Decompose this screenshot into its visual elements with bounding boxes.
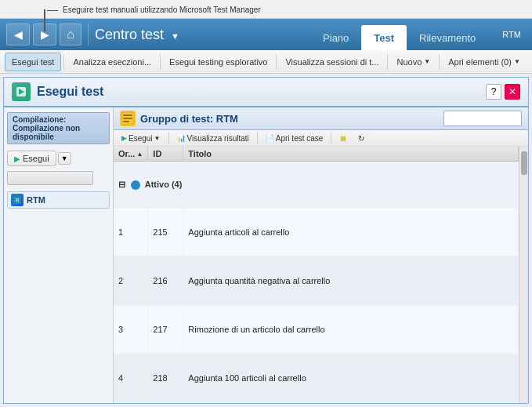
toolbar-apri[interactable]: Apri elementi (0) ▼ — [442, 53, 527, 71]
cell-order-3: 3 — [114, 305, 148, 354]
toolbar-sessioni[interactable]: Visualizza sessioni di t... — [279, 53, 385, 71]
cell-title-4: Aggiunta 100 articoli al carrello — [183, 354, 519, 402]
stop-icon: ⏹ — [339, 134, 347, 143]
cell-id-2: 216 — [148, 256, 183, 305]
cell-title-3: Rimozione di un articolo dal carrello — [183, 305, 519, 354]
table-row[interactable]: 2 216 Aggiunta quantità negativa al carr… — [114, 256, 519, 305]
toolbar-sep-1 — [63, 54, 64, 70]
sort-arrow-order: ▲ — [136, 151, 143, 158]
table-scrollbar[interactable] — [519, 147, 528, 403]
cell-title-2: Aggiunta quantità negativa al carrello — [183, 256, 519, 305]
tab-piano[interactable]: Piano — [310, 25, 361, 50]
group-search-input[interactable] — [443, 111, 522, 126]
main-toolbar: Esegui test Analizza eseczioni... Esegui… — [0, 50, 532, 74]
group-refresh-btn[interactable]: ↻ — [353, 133, 369, 144]
group-header: Gruppo di test: RTM — [114, 107, 528, 130]
group-run-btn[interactable]: ▶ Esegui ▼ — [117, 133, 165, 144]
filter-dropdown[interactable] — [7, 171, 93, 185]
col-order[interactable]: Or... ▲ — [114, 147, 148, 162]
run-button[interactable]: ▶ Esegui — [7, 151, 56, 166]
group-panel: Gruppo di test: RTM ▶ Esegui ▼ 📊 Visuali… — [114, 107, 528, 403]
window-title-text: Esegui test — [37, 85, 103, 99]
top-annotation: — Eseguire test manuali utilizzando Micr… — [47, 0, 261, 19]
table-row[interactable]: 3 217 Rimozione di un articolo dal carre… — [114, 305, 519, 354]
section-row-attivo: ⊟ Attivo (4) — [114, 162, 519, 208]
group-name: Gruppo di test: RTM — [140, 113, 238, 125]
home-button[interactable]: ⌂ — [60, 24, 81, 45]
section-collapse-icon[interactable]: ⊟ — [118, 180, 125, 190]
cell-order-4: 4 — [114, 354, 148, 402]
toolbar-sep-4 — [387, 54, 388, 70]
view-results-icon: 📊 — [177, 134, 186, 142]
annotation-text: Eseguire test manuali utilizzando Micros… — [63, 5, 261, 14]
window-header: Esegui test ? ✕ — [4, 78, 528, 107]
group-run-dropdown[interactable]: ▼ — [154, 135, 161, 142]
toolbar-esplorativo[interactable]: Esegui testing esplorativo — [163, 53, 273, 71]
run-btn-row: ▶ Esegui ▼ — [7, 151, 110, 166]
run-dropdown-btn[interactable]: ▼ — [58, 152, 71, 165]
toolbar-analizza[interactable]: Analizza eseczioni... — [67, 53, 157, 71]
col-id[interactable]: ID — [148, 147, 183, 162]
refresh-icon: ↻ — [358, 134, 364, 143]
tab-test[interactable]: Test — [361, 25, 407, 50]
toolbar-sep-3 — [276, 54, 277, 70]
group-view-results-btn[interactable]: 📊 Visualizza risultati — [172, 133, 254, 144]
window-header-icons: ? ✕ — [486, 84, 520, 100]
cell-title-1: Aggiunta articoli al carrello — [183, 208, 519, 256]
cell-order-2: 2 — [114, 256, 148, 305]
group-stop-btn[interactable]: ⏹ — [335, 133, 352, 144]
group-icon — [120, 111, 136, 126]
annotation-line — [44, 9, 45, 31]
svg-rect-5 — [123, 114, 132, 116]
window-close-icon[interactable]: ✕ — [505, 84, 520, 100]
back-button[interactable]: ◀ — [6, 24, 30, 45]
gt-sep-3 — [331, 132, 331, 144]
nuovo-dropdown-arrow: ▼ — [424, 58, 430, 65]
test-case-table: Or... ▲ ID Titolo — [114, 147, 519, 403]
nav-bar: ◀ ▶ ⌂ Centro test ▼ Piano Test Rilevamen… — [0, 19, 532, 50]
window-title-row: Esegui test — [12, 82, 103, 101]
gt-sep-1 — [168, 132, 169, 144]
toolbar-sep-5 — [439, 54, 440, 70]
window-icon — [12, 82, 31, 101]
group-run-icon: ▶ — [121, 134, 127, 142]
table-row[interactable]: 4 218 Aggiunta 100 articoli al carrello — [114, 354, 519, 402]
esegui-test-window: Esegui test ? ✕ Compilazione: Compilazio… — [3, 77, 529, 404]
window-help-icon[interactable]: ? — [486, 84, 501, 100]
test-table: Or... ▲ ID Titolo — [114, 147, 528, 403]
rtm-item-icon: R — [11, 194, 24, 206]
svg-rect-7 — [123, 121, 129, 122]
cell-id-1: 215 — [148, 208, 183, 256]
nav-rtm-label: RTM — [498, 28, 526, 41]
scrollbar-thumb[interactable] — [521, 151, 527, 175]
rtm-tree-item[interactable]: R RTM — [7, 191, 110, 209]
svg-text:R: R — [15, 198, 19, 203]
table-row[interactable]: 1 215 Aggiunta articoli al carrello — [114, 208, 519, 256]
left-tree-panel: Compilazione: Compilazione non disponibi… — [4, 107, 114, 403]
tab-rilevamento[interactable]: Rilevamento — [407, 25, 488, 50]
nav-tabs: Piano Test Rilevamento — [310, 19, 488, 50]
play-icon: ▶ — [14, 154, 20, 163]
col-title[interactable]: Titolo — [183, 147, 519, 162]
toolbar-nuovo[interactable]: Nuovo ▼ — [390, 53, 436, 71]
app-title: Centro test ▼ — [95, 27, 307, 43]
group-open-test-case-btn[interactable]: 📄 Apri test case — [261, 133, 328, 144]
open-test-icon: 📄 — [266, 134, 274, 142]
gt-sep-2 — [257, 132, 258, 144]
cell-order-1: 1 — [114, 208, 148, 256]
toolbar-esegui-test[interactable]: Esegui test — [5, 53, 61, 71]
svg-rect-6 — [123, 118, 132, 119]
cell-id-3: 217 — [148, 305, 183, 354]
title-dropdown-arrow[interactable]: ▼ — [171, 31, 179, 41]
apri-dropdown-arrow: ▼ — [514, 58, 520, 65]
status-circle-info — [131, 180, 140, 190]
cell-id-4: 218 — [148, 354, 183, 402]
nav-divider — [88, 24, 89, 45]
group-toolbar: ▶ Esegui ▼ 📊 Visualizza risultati 📄 Apri… — [114, 130, 528, 147]
build-label: Compilazione: Compilazione non disponibi… — [7, 112, 110, 144]
toolbar-sep-2 — [160, 54, 161, 70]
